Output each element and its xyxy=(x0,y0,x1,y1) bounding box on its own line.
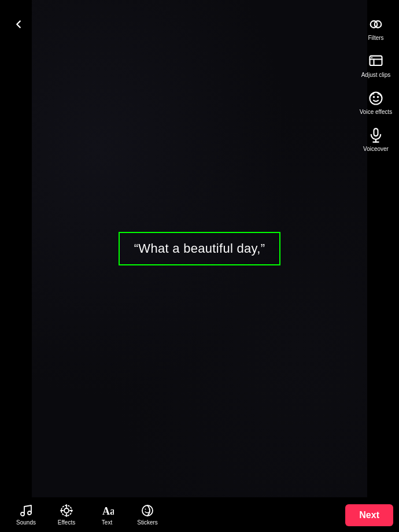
tool-effects[interactable]: Effects xyxy=(46,499,87,531)
voiceover-icon xyxy=(368,127,384,143)
tool-sounds[interactable]: Sounds xyxy=(6,499,46,531)
svg-point-14 xyxy=(64,508,69,513)
right-sidebar: Filters Adjust clips Voice effects xyxy=(353,0,399,532)
overlay-text: “What a beautiful day,” xyxy=(134,241,265,256)
svg-point-21 xyxy=(142,505,153,516)
svg-point-1 xyxy=(375,21,382,28)
voice-effects-icon xyxy=(368,90,384,106)
effects-label: Effects xyxy=(58,519,75,526)
text-icon: Aa xyxy=(100,504,114,518)
sounds-label: Sounds xyxy=(16,519,36,526)
video-canvas: “What a beautiful day,” xyxy=(32,0,367,497)
text-label: Text xyxy=(102,519,112,526)
voiceover-label: Voiceover xyxy=(363,146,389,153)
adjust-clips-label: Adjust clips xyxy=(361,72,391,79)
stickers-icon xyxy=(141,504,154,518)
back-button[interactable] xyxy=(6,12,31,37)
svg-point-8 xyxy=(377,96,379,98)
svg-point-23 xyxy=(149,509,150,510)
next-button[interactable]: Next xyxy=(345,504,393,526)
sidebar-item-voiceover[interactable]: Voiceover xyxy=(356,123,396,157)
sidebar-item-adjust-clips[interactable]: Adjust clips xyxy=(356,49,396,83)
sidebar-item-filters[interactable]: Filters xyxy=(356,12,396,46)
svg-text:Aa: Aa xyxy=(102,505,114,517)
bottom-toolbar: Sounds Effects Aa Text Stickers xyxy=(0,497,399,532)
filters-label: Filters xyxy=(368,35,383,42)
voice-effects-label: Voice effects xyxy=(360,109,393,116)
adjust-clips-icon xyxy=(368,53,384,69)
filters-icon xyxy=(368,16,384,32)
music-icon xyxy=(19,504,33,518)
svg-point-22 xyxy=(145,509,146,510)
sidebar-item-voice-effects[interactable]: Voice effects xyxy=(356,86,396,120)
svg-point-7 xyxy=(373,96,375,98)
svg-point-12 xyxy=(21,512,24,516)
text-overlay[interactable]: “What a beautiful day,” xyxy=(119,232,280,265)
stickers-label: Stickers xyxy=(137,519,158,526)
text-box: “What a beautiful day,” xyxy=(119,232,280,265)
tool-stickers[interactable]: Stickers xyxy=(127,499,168,531)
svg-rect-9 xyxy=(374,128,378,136)
tool-text[interactable]: Aa Text xyxy=(87,499,127,531)
svg-point-5 xyxy=(371,57,372,58)
effects-icon xyxy=(60,504,73,518)
